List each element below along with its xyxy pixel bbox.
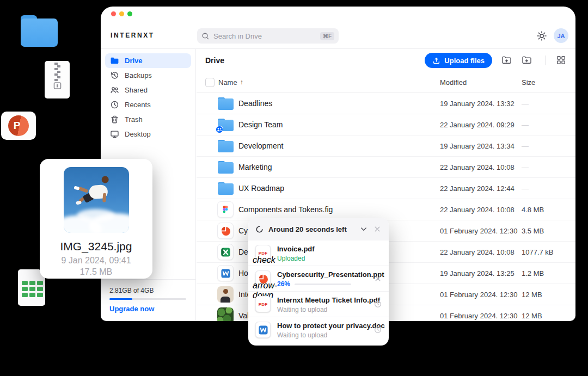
file-modified-date: 22 January 2024. 10:08 [440, 206, 522, 214]
grid-view-icon [556, 55, 566, 65]
desktop-powerpoint-icon[interactable]: P [1, 112, 36, 140]
sidebar-item-label: Shared [125, 86, 148, 94]
table-row[interactable]: Design Team 22 January 2024. 09:29 — [197, 114, 575, 135]
close-popup-button[interactable] [373, 225, 382, 233]
upload-item-name: Internxt Meetup Ticket Info.pdf [277, 296, 380, 304]
figma-icon [217, 201, 234, 218]
file-size: 12 MB [522, 312, 567, 320]
folder-plus-icon [522, 55, 532, 65]
sidebar-item-recents[interactable]: Recents [105, 97, 191, 112]
table-header: Name ↑ Modified Size [197, 72, 575, 93]
excel-icon [217, 244, 234, 260]
photo-green-icon [217, 307, 234, 321]
desktop-zip-file-icon[interactable] [45, 61, 70, 98]
recents-icon [110, 100, 119, 109]
upload-item-name: How to protect your privacy.doc [277, 322, 385, 330]
breadcrumb: Drive [205, 56, 419, 65]
upload-files-button[interactable]: Upload files [425, 53, 492, 68]
zoom-window-button[interactable] [127, 11, 132, 16]
file-size: 1.2 MB [522, 269, 567, 278]
backups-icon [110, 71, 119, 80]
upload-time-remaining: Around 20 seconds left [268, 225, 354, 233]
word-icon [217, 265, 234, 281]
zipper-icon [45, 61, 69, 96]
internxt-logo: INTERNXT [111, 32, 155, 39]
search-placeholder: Search in Drive [213, 32, 316, 40]
desktop-folder-icon[interactable] [21, 15, 58, 47]
pdf-icon: PDF [255, 296, 271, 312]
table-row[interactable]: Marketing 22 January 2024. 10:08 — [197, 157, 575, 178]
upload-icon [432, 57, 440, 65]
file-size: 3.5 MB [522, 227, 567, 235]
storage-progress-fill [109, 298, 132, 300]
file-size: 12 MB [522, 291, 567, 299]
column-header-size[interactable]: Size [522, 78, 567, 87]
file-name: Components and Tokens.fig [238, 205, 440, 214]
file-modified-date: 22 January 2024. 12:44 [440, 184, 522, 193]
file-modified-date: 22 January 2024. 09:29 [440, 121, 522, 129]
waiting-clock-icon [373, 325, 382, 334]
sidebar-item-trash[interactable]: Trash [105, 112, 191, 127]
file-size: 4.8 MB [522, 206, 567, 214]
select-all-checkbox[interactable] [205, 78, 215, 87]
table-row[interactable]: Deadlines 19 January 2024. 13:32 — [197, 93, 575, 114]
folder-icon [217, 95, 234, 112]
file-modified-date: 19 January 2024. 13:34 [440, 142, 522, 150]
traffic-lights [111, 11, 132, 16]
file-name: Deadlines [238, 99, 440, 108]
collapse-popup-button[interactable] [359, 225, 368, 233]
close-icon [373, 225, 382, 233]
upload-files-label: Upload files [444, 57, 485, 65]
sort-ascending-icon[interactable]: ↑ [240, 78, 243, 86]
table-row[interactable]: Components and Tokens.fig 22 January 202… [197, 199, 575, 220]
storage-panel: 2.81GB of 4GB Upgrade now [101, 279, 195, 321]
upload-item-name: Cybersecurity_Presentation.ppt [277, 270, 384, 279]
spreadsheet-grid-icon [22, 281, 43, 297]
grid-view-button[interactable] [556, 55, 567, 66]
table-row[interactable]: Development 19 January 2024. 13:34 — [197, 135, 575, 157]
image-filename: IMG_3245.jpg [40, 240, 152, 253]
column-header-modified[interactable]: Modified [440, 78, 522, 87]
folder-upload-icon [501, 55, 512, 65]
file-size: — [522, 100, 567, 108]
photo-thumbnail [64, 167, 129, 233]
falling-person-photo [74, 173, 120, 217]
upload-item: How to protect your privacy.doc Waiting … [248, 317, 389, 342]
sidebar-item-shared[interactable]: Shared [105, 83, 191, 97]
folder-icon [217, 180, 234, 196]
account-avatar[interactable]: JA [554, 28, 568, 43]
upload-progress-popup: Around 20 seconds left PDFcheck Invoice.… [248, 218, 389, 346]
column-header-name[interactable]: Name [218, 78, 237, 87]
file-name: UX Roadmap [238, 184, 440, 193]
file-modified-date: 01 February 2024. 12:30 [440, 227, 522, 235]
minimize-window-button[interactable] [119, 11, 124, 16]
image-preview-card[interactable]: IMG_3245.jpg 9 Jan 2024, 09:41 17.5 MB [40, 159, 152, 279]
upload-folder-button[interactable] [501, 55, 512, 66]
desktop-icon [110, 130, 119, 139]
window-header: INTERNXT Search in Drive ⌘F JA [101, 7, 575, 49]
ppt-icon [217, 223, 234, 239]
file-size: — [522, 142, 567, 150]
arrow-down-badge-icon: arrow-down [253, 281, 261, 289]
gear-icon [536, 30, 547, 41]
file-modified-date: 01 February 2024. 12:30 [440, 312, 522, 320]
sidebar-item-label: Drive [125, 57, 143, 65]
file-name: Design Team [238, 120, 440, 129]
storage-usage-label: 2.81GB of 4GB [109, 287, 187, 294]
close-window-button[interactable] [111, 11, 116, 16]
file-modified-date: 22 January 2024. 10:08 [440, 163, 522, 171]
file-modified-date: 01 February 2024. 12:30 [440, 291, 522, 299]
file-name: Marketing [238, 163, 440, 171]
create-folder-button[interactable] [522, 55, 532, 66]
upload-item-status: 26% [277, 280, 290, 288]
sidebar-nav: Drive Backups Shared Recents Trash Deskt… [101, 49, 195, 146]
search-input[interactable]: Search in Drive ⌘F [197, 28, 339, 44]
sidebar-item-desktop[interactable]: Desktop [105, 127, 191, 141]
sidebar-item-drive[interactable]: Drive [105, 53, 191, 68]
sidebar-item-backups[interactable]: Backups [105, 68, 191, 83]
waiting-clock-icon [373, 300, 382, 309]
settings-button[interactable] [536, 30, 547, 41]
cancel-upload-button[interactable] [373, 274, 382, 283]
upgrade-now-link[interactable]: Upgrade now [109, 305, 187, 313]
table-row[interactable]: UX Roadmap 22 January 2024. 12:44 — [197, 178, 575, 199]
